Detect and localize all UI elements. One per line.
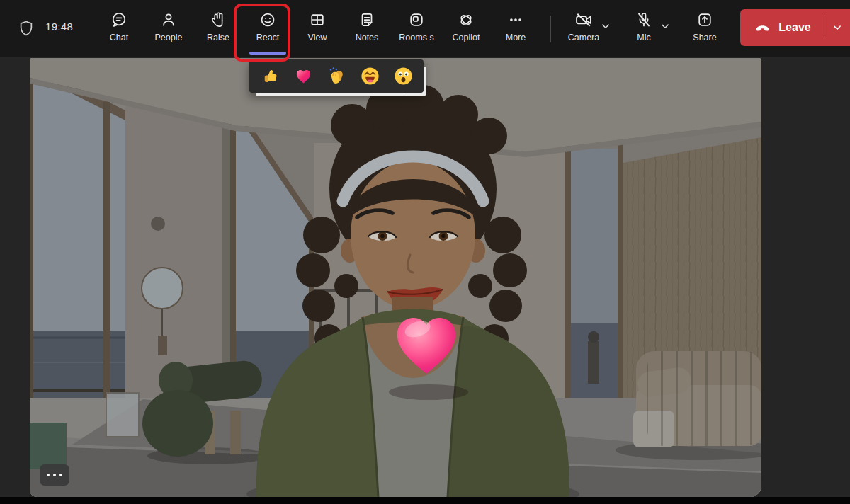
- leave-label: Leave: [778, 21, 810, 34]
- shield-icon: [17, 18, 35, 41]
- avatar-scene: [30, 58, 761, 497]
- meeting-toolbar: 19:48 Chat People: [0, 0, 850, 58]
- meeting-timer: 19:48: [45, 21, 73, 33]
- share-button[interactable]: Share: [682, 0, 727, 42]
- reaction-thumbs-up-button[interactable]: [259, 65, 281, 88]
- leave-split-button: Leave: [740, 9, 850, 46]
- chat-icon: [110, 9, 128, 30]
- toolbar-items: Chat People: [94, 0, 540, 58]
- camera-options-chevron[interactable]: [598, 18, 613, 36]
- reactions-flyout: [249, 59, 424, 93]
- toolbar-label: Rooms s: [399, 33, 434, 42]
- teams-meeting-window: 19:48 Chat People: [0, 0, 850, 504]
- react-smiley-icon: [259, 9, 277, 30]
- toolbar-button-more[interactable]: More: [491, 0, 540, 58]
- more-icon: [47, 474, 50, 476]
- camera-label: Camera: [568, 33, 599, 42]
- copilot-icon: [457, 9, 475, 30]
- mic-options-chevron[interactable]: [657, 18, 673, 36]
- reaction-clap-button[interactable]: [325, 65, 348, 88]
- surprised-emoji: [393, 66, 414, 86]
- toolbar-divider: [550, 16, 551, 42]
- people-icon: [159, 9, 178, 30]
- reaction-laugh-button[interactable]: [358, 65, 381, 88]
- thumbs-up-emoji: [260, 66, 280, 86]
- meeting-stage: [0, 58, 850, 497]
- reaction-heart-button[interactable]: [292, 65, 314, 88]
- toolbar-button-rooms[interactable]: Rooms s: [392, 0, 441, 58]
- toolbar-label: More: [506, 33, 526, 42]
- more-icon: [506, 9, 525, 30]
- toolbar-label: React: [256, 33, 280, 42]
- active-tab-underline: [249, 52, 286, 55]
- toolbar-label: Copilot: [453, 33, 480, 42]
- heart-emoji: [293, 66, 314, 86]
- leave-options-chevron[interactable]: [824, 9, 850, 46]
- meeting-stage-video: [30, 58, 761, 497]
- toolbar-button-people[interactable]: People: [144, 0, 193, 58]
- reaction-surprised-button[interactable]: [392, 65, 414, 88]
- rooms-icon: [407, 9, 426, 30]
- toolbar-button-view[interactable]: View: [293, 0, 342, 58]
- video-overflow-button[interactable]: [40, 464, 69, 486]
- toolbar-button-raise[interactable]: Raise: [193, 0, 243, 58]
- share-icon: [696, 9, 714, 30]
- laugh-emoji: [360, 66, 380, 86]
- toolbar-button-react[interactable]: React: [243, 0, 293, 58]
- camera-off-icon: [573, 9, 594, 30]
- share-control: Share: [682, 0, 727, 58]
- mic-off-icon: [635, 9, 653, 30]
- toolbar-button-notes[interactable]: Notes: [342, 0, 392, 58]
- toolbar-label: Notes: [356, 33, 379, 42]
- toolbar-label: Raise: [207, 33, 230, 42]
- share-label: Share: [693, 33, 716, 42]
- toolbar-button-chat[interactable]: Chat: [94, 0, 144, 58]
- view-grid-icon: [308, 9, 327, 30]
- clap-emoji: [327, 66, 347, 86]
- toolbar-label: People: [155, 33, 183, 42]
- leave-button[interactable]: Leave: [740, 9, 824, 46]
- toolbar-label: View: [308, 33, 327, 42]
- toolbar-label: Chat: [110, 33, 128, 42]
- hangup-phone-icon: [753, 18, 772, 38]
- window-bottom-strip: [0, 497, 850, 504]
- toolbar-button-copilot[interactable]: Copilot: [441, 0, 491, 58]
- raise-hand-icon: [209, 9, 227, 30]
- mic-label: Mic: [637, 33, 650, 42]
- notes-icon: [358, 9, 376, 30]
